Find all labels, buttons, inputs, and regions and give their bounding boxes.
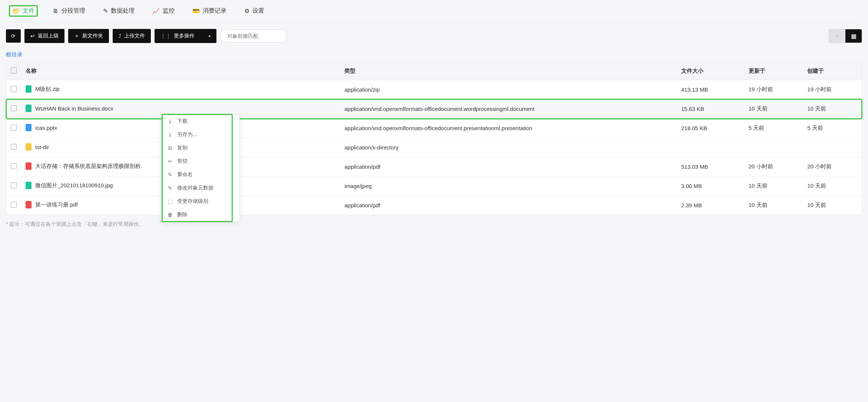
tab-label: 监控 bbox=[163, 7, 175, 15]
upload-button[interactable]: ⤴ 上传文件 bbox=[113, 29, 151, 43]
top-tabs: 📁 文件 🗎 分段管理 ✎ 数据处理 📈 监控 💳 消费记录 ⚙ 设置 bbox=[6, 0, 862, 22]
file-type: application/x-directory bbox=[340, 138, 676, 157]
back-button[interactable]: ↩ 返回上级 bbox=[24, 29, 64, 43]
tab-data-process[interactable]: ✎ 数据处理 bbox=[100, 6, 138, 16]
context-menu-item[interactable]: ✂剪切 bbox=[162, 155, 239, 168]
context-menu-item[interactable]: ⤓另存为... bbox=[162, 128, 239, 141]
file-size: 15.63 KB bbox=[677, 99, 744, 119]
chevron-down-icon: ▾ bbox=[209, 34, 211, 38]
button-label: 上传文件 bbox=[124, 33, 145, 39]
row-checkbox[interactable] bbox=[11, 125, 17, 131]
file-name-text: 第一讲练习册.pdf bbox=[35, 201, 78, 208]
chart-icon: 📈 bbox=[152, 8, 160, 14]
file-outline-icon: 🗎 bbox=[53, 8, 59, 14]
table-row[interactable]: 大话存储：存储系统底层架构原理极限剖析.application/pdf513.0… bbox=[6, 157, 862, 177]
tab-files[interactable]: 📁 文件 bbox=[9, 5, 38, 17]
more-actions-button[interactable]: ⋮⋮ 更多操作 ▾ bbox=[155, 29, 216, 43]
context-menu-label: 删除 bbox=[177, 211, 188, 218]
tab-segments[interactable]: 🗎 分段管理 bbox=[50, 6, 88, 16]
row-checkbox[interactable] bbox=[11, 202, 17, 208]
file-updated: 10 天前 bbox=[744, 177, 803, 196]
context-menu-label: 下载 bbox=[177, 118, 188, 125]
list-view-button[interactable]: ≡ bbox=[829, 29, 845, 43]
file-type: application/pdf bbox=[340, 196, 676, 215]
toolbar: ⟳ ↩ 返回上级 ＋ 新文件夹 ⤴ 上传文件 ⋮⋮ 更多操作 ▾ ≡ ▦ bbox=[6, 29, 862, 43]
file-type: application/zip bbox=[340, 80, 676, 99]
file-created: 10 天前 bbox=[803, 196, 862, 215]
cut-icon: ✂ bbox=[168, 158, 173, 164]
context-menu-label: 剪切 bbox=[177, 158, 188, 165]
tab-settings[interactable]: ⚙ 设置 bbox=[241, 6, 267, 16]
storage-icon: ⬚ bbox=[168, 198, 173, 204]
tab-monitor[interactable]: 📈 监控 bbox=[149, 6, 178, 16]
col-updated: 更新于 bbox=[744, 62, 803, 80]
context-menu-label: 另存为... bbox=[177, 131, 197, 138]
tab-label: 消费记录 bbox=[203, 7, 226, 15]
trash-icon: 🗑 bbox=[168, 212, 173, 218]
context-menu-label: 复制 bbox=[177, 145, 188, 151]
file-size: 413.13 MB bbox=[677, 80, 744, 99]
table-row[interactable]: 第一讲练习册.pdfapplication/pdf2.39 MB10 天前10 … bbox=[6, 196, 862, 215]
grid-view-button[interactable]: ▦ bbox=[845, 29, 862, 43]
button-label: 返回上级 bbox=[38, 33, 59, 39]
file-name-text: icas.pptx bbox=[35, 125, 57, 131]
table-row[interactable]: WUHAN Back in Business.docxapplication/v… bbox=[6, 99, 862, 119]
table-row[interactable]: icas.pptxapplication/vnd.openxmlformats-… bbox=[6, 119, 862, 138]
pencil-icon: ✎ bbox=[168, 172, 173, 178]
file-size: 513.03 MB bbox=[677, 157, 744, 177]
file-updated: 10 天前 bbox=[744, 99, 803, 119]
button-label: 新文件夹 bbox=[82, 33, 103, 39]
folder-icon: 📁 bbox=[12, 8, 20, 14]
context-menu-label: 修改对象元数据 bbox=[177, 185, 213, 191]
button-label: 更多操作 bbox=[174, 33, 195, 39]
tab-label: 设置 bbox=[252, 7, 264, 15]
view-toggle: ≡ ▦ bbox=[829, 29, 862, 43]
file-created: 5 天前 bbox=[803, 119, 862, 138]
col-created: 创建于 bbox=[803, 62, 862, 80]
file-type-icon bbox=[26, 162, 32, 170]
edit-icon: ✎ bbox=[103, 8, 108, 14]
file-created: 19 小时前 bbox=[803, 80, 862, 99]
new-folder-button[interactable]: ＋ 新文件夹 bbox=[68, 29, 109, 43]
download-icon: ⤓ bbox=[168, 118, 173, 124]
file-updated: 20 小时前 bbox=[744, 157, 803, 177]
tab-label: 分段管理 bbox=[62, 7, 85, 15]
refresh-icon: ⟳ bbox=[11, 33, 16, 39]
file-type-icon bbox=[26, 85, 32, 93]
row-checkbox[interactable] bbox=[11, 182, 17, 188]
context-menu-item[interactable]: ✎修改对象元数据 bbox=[162, 181, 239, 195]
file-size: 218.05 KB bbox=[677, 119, 744, 138]
col-name: 名称 bbox=[21, 62, 340, 80]
col-type: 类型 bbox=[340, 62, 676, 80]
more-icon: ⋮⋮ bbox=[160, 33, 171, 39]
context-menu-item[interactable]: ⤓下载 bbox=[162, 115, 239, 128]
table-row[interactable]: 微信图片_20210118100910.jpgimage/jpeg3.00 MB… bbox=[6, 177, 862, 196]
file-updated: 10 天前 bbox=[744, 196, 803, 215]
edit-meta-icon: ✎ bbox=[168, 185, 173, 191]
table-row[interactable]: tst-dirapplication/x-directory bbox=[6, 138, 862, 157]
context-menu-item[interactable]: 🗑删除 bbox=[162, 208, 239, 221]
file-type: application/pdf bbox=[340, 157, 676, 177]
file-type-icon bbox=[26, 105, 32, 112]
row-checkbox[interactable] bbox=[11, 105, 17, 111]
breadcrumb[interactable]: 根目录 bbox=[6, 51, 862, 58]
context-menu-item[interactable]: ⬚变更存储级别 bbox=[162, 195, 239, 208]
context-menu-item[interactable]: ✎重命名 bbox=[162, 168, 239, 181]
search-input[interactable] bbox=[220, 29, 287, 43]
tab-billing[interactable]: 💳 消费记录 bbox=[189, 6, 229, 16]
row-checkbox[interactable] bbox=[11, 163, 17, 169]
refresh-button[interactable]: ⟳ bbox=[6, 29, 21, 43]
file-created: 10 天前 bbox=[803, 177, 862, 196]
file-created: 20 小时前 bbox=[803, 157, 862, 177]
row-checkbox[interactable] bbox=[11, 144, 17, 150]
row-checkbox[interactable] bbox=[11, 86, 17, 92]
context-menu-item[interactable]: ⧉复制 bbox=[162, 141, 239, 155]
table-row[interactable]: M级别.zipapplication/zip413.13 MB19 小时前19 … bbox=[6, 80, 862, 99]
grid-icon: ▦ bbox=[851, 33, 857, 40]
file-size: 3.00 MB bbox=[677, 177, 744, 196]
file-type: image/jpeg bbox=[340, 177, 676, 196]
file-type-icon bbox=[26, 143, 32, 151]
select-all-checkbox[interactable] bbox=[11, 67, 17, 73]
file-name-text: 大话存储：存储系统底层架构原理极限剖析. bbox=[35, 163, 142, 170]
file-type: application/vnd.openxmlformats-officedoc… bbox=[340, 99, 676, 119]
